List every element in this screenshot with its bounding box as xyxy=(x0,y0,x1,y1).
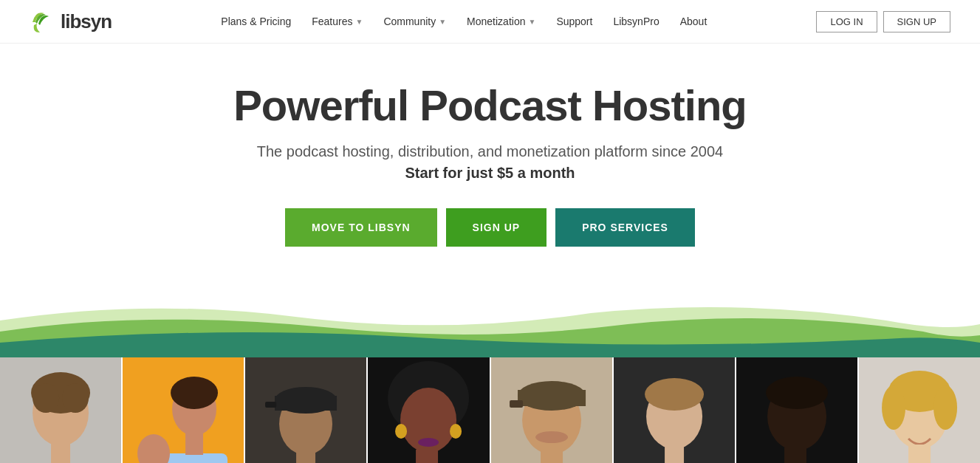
auth-buttons: LOG IN SIGN UP xyxy=(816,11,950,32)
nav-support[interactable]: Support xyxy=(556,16,592,27)
person-col-4 xyxy=(368,357,490,463)
svg-point-10 xyxy=(171,377,218,409)
person-1-figure xyxy=(0,357,121,463)
svg-point-54 xyxy=(933,385,957,430)
hero-cta-text: Start for just $5 a month xyxy=(15,165,965,182)
svg-rect-34 xyxy=(510,400,523,408)
logo-text: libsyn xyxy=(61,10,112,33)
people-section xyxy=(0,357,980,463)
person-7-figure xyxy=(736,357,857,463)
svg-point-27 xyxy=(418,438,439,447)
hero-buttons: MOVE TO LIBSYN SIGN UP PRO SERVICES xyxy=(15,208,965,247)
community-dropdown-arrow: ▼ xyxy=(439,18,446,26)
svg-point-3 xyxy=(32,383,59,413)
signup-header-button[interactable]: SIGN UP xyxy=(883,11,950,32)
nav-about[interactable]: About xyxy=(680,16,707,27)
person-2-figure xyxy=(123,357,244,463)
svg-point-25 xyxy=(395,424,407,439)
logo[interactable]: libsyn xyxy=(30,7,112,35)
nav-libsynpro[interactable]: LibsynPro xyxy=(613,16,659,27)
svg-point-35 xyxy=(535,431,568,443)
move-to-libsyn-button[interactable]: MOVE TO LIBSYN xyxy=(285,208,437,247)
main-nav: Plans & Pricing Features ▼ Community ▼ M… xyxy=(221,16,707,27)
svg-rect-28 xyxy=(416,450,438,463)
wave-svg xyxy=(0,298,980,357)
svg-rect-44 xyxy=(665,445,684,463)
svg-point-4 xyxy=(62,383,89,413)
person-col-2 xyxy=(123,357,245,463)
svg-point-47 xyxy=(766,377,828,409)
hero-subtitle: The podcast hosting, distribution, and m… xyxy=(15,143,965,160)
svg-rect-19 xyxy=(265,402,276,408)
person-col-6 xyxy=(614,357,736,463)
svg-rect-48 xyxy=(784,447,806,463)
person-8-figure xyxy=(859,357,980,463)
nav-monetization[interactable]: Monetization ▼ xyxy=(467,16,535,27)
nav-plans-pricing[interactable]: Plans & Pricing xyxy=(221,16,291,27)
person-col-8 xyxy=(859,357,980,463)
person-3-figure xyxy=(245,357,366,463)
hero-section: Powerful Podcast Hosting The podcast hos… xyxy=(0,44,980,298)
svg-rect-14 xyxy=(185,431,203,455)
header: libsyn Plans & Pricing Features ▼ Commun… xyxy=(0,0,980,44)
svg-rect-7 xyxy=(51,442,70,463)
svg-point-26 xyxy=(450,424,462,439)
svg-rect-56 xyxy=(908,445,931,463)
person-col-3 xyxy=(245,357,368,463)
hero-title: Powerful Podcast Hosting xyxy=(15,80,965,130)
svg-rect-18 xyxy=(275,396,337,411)
svg-rect-33 xyxy=(518,390,586,406)
libsyn-logo-icon xyxy=(30,7,58,35)
nav-community[interactable]: Community ▼ xyxy=(383,16,446,27)
person-5-figure xyxy=(491,357,612,463)
person-col-5 xyxy=(491,357,614,463)
pro-services-button[interactable]: PRO SERVICES xyxy=(555,208,695,247)
person-6-figure xyxy=(614,357,735,463)
nav-features[interactable]: Features ▼ xyxy=(312,16,363,27)
person-col-7 xyxy=(736,357,859,463)
login-button[interactable]: LOG IN xyxy=(816,11,877,32)
svg-point-53 xyxy=(882,385,905,430)
svg-rect-37 xyxy=(541,449,563,463)
svg-rect-21 xyxy=(296,450,315,463)
person-4-figure xyxy=(368,357,489,463)
wave-separator xyxy=(0,298,980,357)
svg-point-40 xyxy=(645,378,704,411)
features-dropdown-arrow: ▼ xyxy=(355,18,363,26)
monetization-dropdown-arrow: ▼ xyxy=(528,18,535,26)
person-col-1 xyxy=(0,357,123,463)
signup-hero-button[interactable]: SIGN UP xyxy=(446,208,547,247)
